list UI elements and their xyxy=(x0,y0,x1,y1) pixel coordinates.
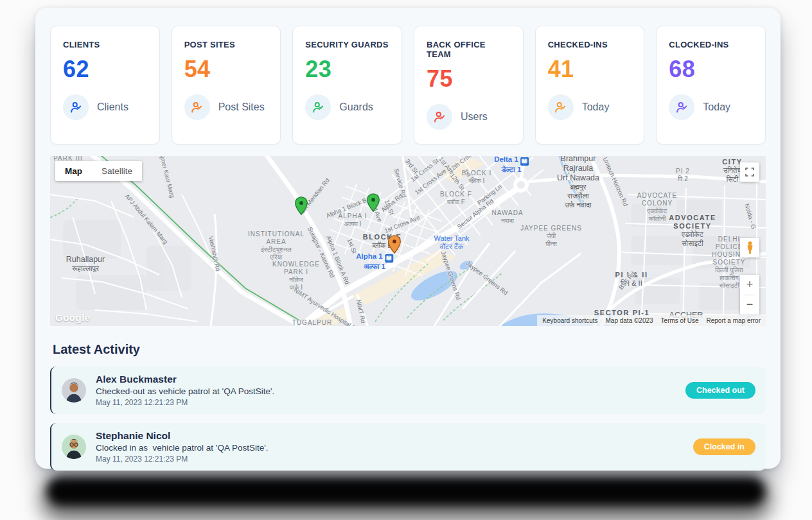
activity-timestamp: May 11, 2023 12:21:23 PM xyxy=(96,398,274,407)
map-pin[interactable] xyxy=(294,196,308,216)
stat-card-clocked-ins: CLOCKED-INS 68 Today xyxy=(656,26,766,144)
activity-user-name: Alex Buckmaster xyxy=(96,374,274,385)
zoom-out-button[interactable]: − xyxy=(740,295,759,315)
person-check-icon xyxy=(184,94,210,120)
fullscreen-button[interactable] xyxy=(740,162,759,182)
activity-row: Alex Buckmaster Checked-out as vehicle p… xyxy=(50,367,766,414)
stat-value: 54 xyxy=(184,58,269,81)
activity-user-name: Stephanie Nicol xyxy=(96,430,269,442)
person-check-icon xyxy=(548,94,574,120)
pegman-button[interactable] xyxy=(740,238,759,257)
fullscreen-icon xyxy=(745,167,755,177)
stat-value: 75 xyxy=(427,67,511,91)
stat-value: 41 xyxy=(548,58,632,81)
stat-title: BACK OFFICE TEAM xyxy=(427,40,511,59)
stat-label: Users xyxy=(461,111,488,123)
map-markers xyxy=(50,156,766,326)
activity-description: Checked-out as vehicle patrol at 'QA Pos… xyxy=(96,386,274,396)
activity-description: Clocked in as vehicle patrol at 'QA Post… xyxy=(96,443,269,453)
pegman-icon xyxy=(745,241,755,254)
stat-value: 68 xyxy=(669,58,753,81)
stat-card-checked-ins: CHECKED-INS 41 Today xyxy=(535,26,645,144)
google-logo: Google xyxy=(55,312,91,323)
status-badge-checked-out: Checked out xyxy=(685,382,755,399)
latest-activity-heading: Latest Activity xyxy=(53,342,763,357)
keyboard-shortcuts-link[interactable]: Keyboard shortcuts xyxy=(542,317,597,324)
panel-drop-shadow xyxy=(46,476,766,506)
stats-row: CLIENTS 62 Clients POST SITES 54 Post Si… xyxy=(50,26,766,144)
zoom-in-button[interactable]: + xyxy=(740,275,759,295)
stat-label: Post Sites xyxy=(218,101,265,113)
stat-title: CLOCKED-INS xyxy=(669,40,753,49)
google-map[interactable]: PARK IIIRuhallapurरूहाल्लापुरINSTITUTION… xyxy=(50,156,766,326)
stat-title: POST SITES xyxy=(184,40,269,49)
stat-label: Clients xyxy=(97,101,128,113)
person-check-icon xyxy=(63,94,89,120)
stat-card-post-sites: POST SITES 54 Post Sites xyxy=(172,26,281,144)
person-check-icon xyxy=(427,104,452,130)
stat-label: Today xyxy=(582,101,610,113)
person-check-icon xyxy=(305,94,331,120)
avatar xyxy=(62,378,86,403)
stat-title: CLIENTS xyxy=(63,40,147,49)
zoom-control: + − xyxy=(740,275,759,315)
map-data-label: Map data ©2023 xyxy=(606,317,653,324)
stat-value: 23 xyxy=(305,58,389,81)
activity-timestamp: May 11, 2023 12:21:23 PM xyxy=(96,455,269,464)
activity-row: Stephanie Nicol Clocked in as vehicle pa… xyxy=(50,423,766,471)
avatar xyxy=(62,435,86,459)
stat-title: SECURITY GUARDS xyxy=(305,40,389,49)
stat-label: Today xyxy=(703,101,730,113)
map-type-control: Map Satellite xyxy=(55,161,142,181)
map-attribution: Keyboard shortcuts Map data ©2023 Terms … xyxy=(537,315,766,326)
stat-label: Guards xyxy=(339,101,373,113)
stat-card-clients: CLIENTS 62 Clients xyxy=(50,26,160,144)
map-pin[interactable] xyxy=(387,235,402,254)
person-check-icon xyxy=(669,94,694,120)
stat-card-security-guards: SECURITY GUARDS 23 Guards xyxy=(292,26,402,144)
satellite-view-button[interactable]: Satellite xyxy=(92,161,142,181)
map-view-button[interactable]: Map xyxy=(55,161,92,181)
status-badge-clocked-in: Clocked in xyxy=(693,438,755,455)
map-pin[interactable] xyxy=(366,193,380,212)
stat-title: CHECKED-INS xyxy=(548,40,632,49)
report-map-error-link[interactable]: Report a map error xyxy=(707,317,761,324)
stat-value: 62 xyxy=(63,58,147,81)
stat-card-back-office-team: BACK OFFICE TEAM 75 Users xyxy=(414,26,524,144)
dashboard-panel: CLIENTS 62 Clients POST SITES 54 Post Si… xyxy=(35,8,781,469)
terms-of-use-link[interactable]: Terms of Use xyxy=(661,317,699,324)
